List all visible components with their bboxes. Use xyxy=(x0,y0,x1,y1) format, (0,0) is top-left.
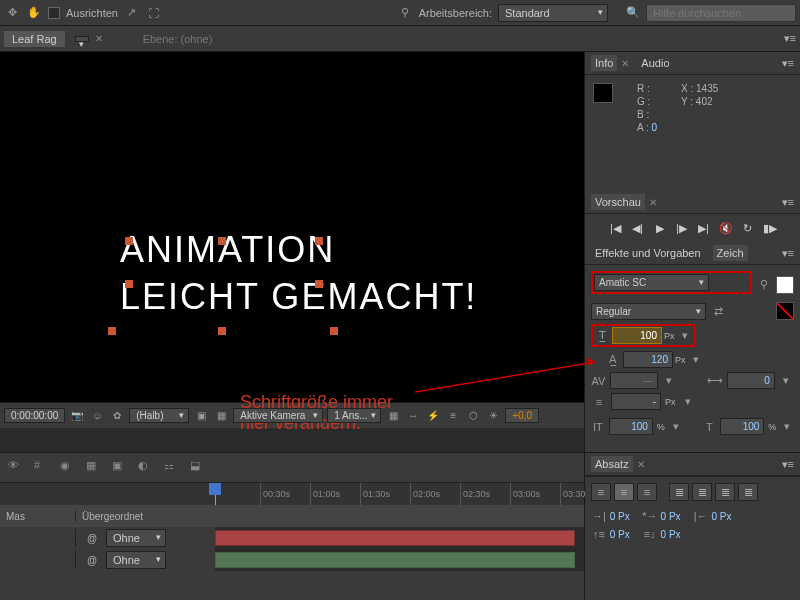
stroke-width-input[interactable]: - xyxy=(611,393,661,410)
panel-menu-icon[interactable]: ▾≡ xyxy=(782,458,794,471)
dropdown-icon[interactable]: ▾ xyxy=(662,374,677,388)
dropdown-icon[interactable]: ▾ xyxy=(677,329,693,343)
parent-dropdown[interactable]: Ohne xyxy=(106,529,166,547)
comp-tab[interactable]: Leaf Rag xyxy=(4,31,65,47)
info-tab[interactable]: Info xyxy=(591,55,617,71)
font-family-dropdown[interactable]: Amatic SC xyxy=(594,274,709,291)
snap-icon[interactable]: ↗ xyxy=(124,5,140,21)
comp-dropdown[interactable] xyxy=(75,36,89,42)
play-icon[interactable]: ▶ xyxy=(652,220,668,236)
align-right-icon[interactable]: ≡ xyxy=(637,483,657,501)
dropdown-icon[interactable]: ▾ xyxy=(688,353,704,367)
comp-flowchart-icon[interactable]: ⬡ xyxy=(465,408,481,424)
selection-handle[interactable] xyxy=(218,327,226,335)
close-icon[interactable]: ✕ xyxy=(95,33,103,44)
graph-icon[interactable]: ▣ xyxy=(112,459,130,477)
timeline-layer-row[interactable]: @ Ohne xyxy=(0,549,584,571)
panel-menu-icon[interactable]: ▾≡ xyxy=(782,247,794,260)
align-left-icon[interactable]: ≡ xyxy=(591,483,611,501)
dropdown-icon[interactable]: ▾ xyxy=(669,420,683,434)
justify-all-icon[interactable]: ≣ xyxy=(738,483,758,501)
text-layer[interactable]: ANIMATION LEICHT GEMACHT! xyxy=(120,227,477,321)
panel-menu-icon[interactable]: ▾≡ xyxy=(784,32,796,45)
align-center-icon[interactable]: ≡ xyxy=(614,483,634,501)
ram-preview-icon[interactable]: ▮▶ xyxy=(762,220,778,236)
close-icon[interactable]: ✕ xyxy=(637,459,645,470)
justify-left-icon[interactable]: ≣ xyxy=(669,483,689,501)
leading-input[interactable]: 120 xyxy=(623,351,673,368)
motion-blur-icon[interactable]: ◉ xyxy=(60,459,78,477)
panel-menu-icon[interactable]: ▾≡ xyxy=(782,57,794,70)
hand-tool-icon[interactable]: ✋ xyxy=(26,5,42,21)
dropdown-icon[interactable]: ▾ xyxy=(680,395,696,409)
layer-bar[interactable] xyxy=(215,530,575,546)
exposure-icon[interactable]: ☀ xyxy=(485,408,501,424)
mute-icon[interactable]: 🔇 xyxy=(718,220,734,236)
search-icon-small[interactable]: ⚲ xyxy=(397,5,413,21)
layer-bar[interactable] xyxy=(215,552,575,568)
parent-dropdown[interactable]: Ohne xyxy=(106,551,166,569)
dropdown-icon[interactable]: ▾ xyxy=(780,420,794,434)
timeline-layer-row[interactable]: @ Ohne xyxy=(0,527,584,549)
panel-menu-icon[interactable]: ▾≡ xyxy=(782,196,794,209)
dropdown-icon[interactable]: ▾ xyxy=(779,374,794,388)
last-frame-icon[interactable]: ▶| xyxy=(696,220,712,236)
timeline-ruler[interactable]: 00:30s 01:00s 01:30s 02:00s 02:30s 03:00… xyxy=(0,483,584,505)
workspace-dropdown[interactable]: Standard xyxy=(498,4,608,22)
first-frame-icon[interactable]: |◀ xyxy=(608,220,624,236)
color-mgmt-icon[interactable]: ✿ xyxy=(109,408,125,424)
frame-blend-icon[interactable]: # xyxy=(34,459,52,477)
kerning-input[interactable]: — xyxy=(610,372,658,389)
timecode-display[interactable]: 0:00:00:00 xyxy=(4,408,65,423)
fill-color-swatch[interactable] xyxy=(776,276,794,294)
parent-pickwhip-icon[interactable]: @ xyxy=(82,533,102,544)
shy-icon[interactable]: 👁 xyxy=(8,459,26,477)
selection-handle[interactable] xyxy=(330,327,338,335)
exposure-value[interactable]: +0,0 xyxy=(505,408,539,423)
paragraph-tab[interactable]: Absatz xyxy=(591,456,633,472)
swap-colors-icon[interactable]: ⇄ xyxy=(710,304,726,318)
indent-right-value[interactable]: 0 Px xyxy=(711,511,731,522)
snapshot-icon[interactable]: 📷 xyxy=(69,408,85,424)
close-icon[interactable]: ✕ xyxy=(621,58,629,69)
views-dropdown[interactable]: 1 Ans... xyxy=(327,408,381,423)
bounds-icon[interactable]: ⛶ xyxy=(146,5,162,21)
loop-icon[interactable]: ↻ xyxy=(740,220,756,236)
vscale-input[interactable]: 100 xyxy=(609,418,653,435)
font-weight-dropdown[interactable]: Regular xyxy=(591,303,706,320)
selection-handle[interactable] xyxy=(315,280,323,288)
next-frame-icon[interactable]: |▶ xyxy=(674,220,690,236)
resolution-dropdown[interactable]: (Halb) xyxy=(129,408,189,423)
effects-tab[interactable]: Effekte und Vorgaben xyxy=(591,245,705,261)
parent-pickwhip-icon[interactable]: @ xyxy=(82,555,102,566)
draft-icon[interactable]: ◐ xyxy=(138,459,156,477)
space-before-value[interactable]: 0 Px xyxy=(610,529,630,540)
align-checkbox[interactable] xyxy=(48,7,60,19)
channel-icon[interactable]: ☺ xyxy=(89,408,105,424)
indent-left-value[interactable]: 0 Px xyxy=(610,511,630,522)
transparency-icon[interactable]: ▦ xyxy=(213,408,229,424)
selection-handle[interactable] xyxy=(315,237,323,245)
selection-handle[interactable] xyxy=(125,237,133,245)
switch-icon[interactable]: ⚏ xyxy=(164,459,182,477)
playhead[interactable] xyxy=(215,483,216,505)
selection-handle[interactable] xyxy=(218,237,226,245)
help-search-input[interactable] xyxy=(646,4,796,22)
fast-preview-icon[interactable]: ⚡ xyxy=(425,408,441,424)
composition-canvas[interactable]: ANIMATION LEICHT GEMACHT! Schriftgröße i… xyxy=(0,52,584,402)
pixel-aspect-icon[interactable]: ↔ xyxy=(405,408,421,424)
justify-center-icon[interactable]: ≣ xyxy=(692,483,712,501)
tracking-input[interactable]: 0 xyxy=(727,372,775,389)
prev-frame-icon[interactable]: ◀| xyxy=(630,220,646,236)
collapse-icon[interactable]: ⬓ xyxy=(190,459,208,477)
eyedropper-icon[interactable]: ⚲ xyxy=(756,278,772,292)
preview-tab[interactable]: Vorschau xyxy=(591,194,645,210)
space-after-value[interactable]: 0 Px xyxy=(661,529,681,540)
audio-tab[interactable]: Audio xyxy=(637,55,673,71)
character-tab[interactable]: Zeich xyxy=(713,245,748,261)
selection-handle[interactable] xyxy=(108,327,116,335)
brain-icon[interactable]: ▦ xyxy=(86,459,104,477)
roi-icon[interactable]: ▣ xyxy=(193,408,209,424)
indent-first-value[interactable]: 0 Px xyxy=(661,511,681,522)
font-size-input[interactable]: 100 xyxy=(612,327,662,344)
